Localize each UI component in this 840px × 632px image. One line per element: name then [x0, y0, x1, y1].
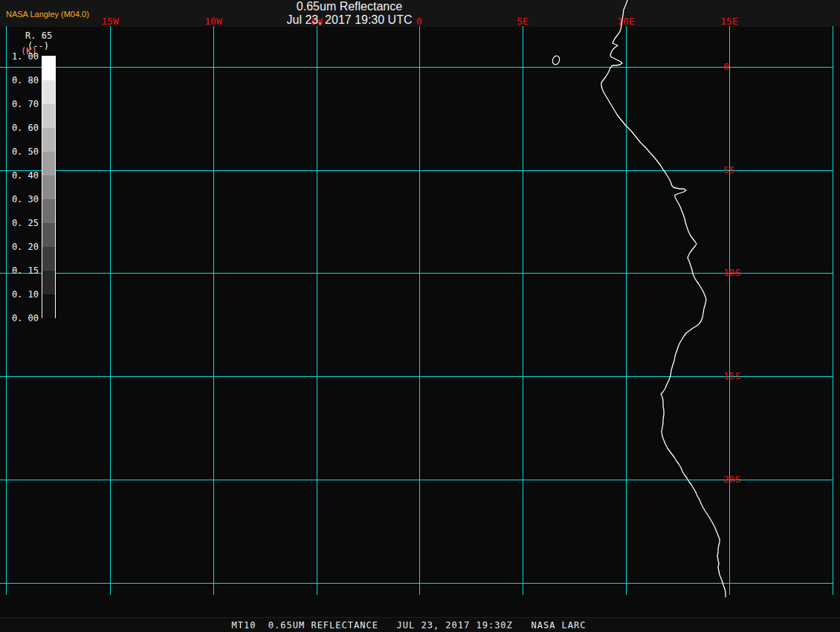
colorbar-segment: [42, 223, 55, 247]
colorbar-segment: [42, 175, 55, 199]
colorbar-tick-label: 0. 15: [7, 265, 39, 277]
colorbar-segment: [42, 80, 55, 104]
colorbar-tick-label: 0. 70: [7, 98, 39, 110]
colorbar-segment: [42, 294, 55, 318]
colorbar-tick-label: 0. 25: [7, 217, 39, 229]
colorbar-segment: [42, 104, 55, 128]
island-outline: [552, 55, 560, 65]
colorbar-segment: [42, 271, 55, 294]
colorbar-segment: [42, 199, 55, 223]
colorbar-segment: [42, 57, 55, 80]
colorbar-tick-label: 0. 10: [7, 288, 39, 300]
coastline-svg: [0, 0, 840, 632]
colorbar-segment: [42, 128, 55, 152]
colorbar-tick-label: 0. 60: [7, 122, 39, 134]
coastline: [601, 0, 726, 597]
colorbar-tick-label: 1. 00: [7, 51, 39, 62]
colorbar-tick-label: 0. 40: [7, 170, 39, 181]
colorbar-heading: R. 65: [25, 30, 52, 41]
colorbar-segment: [42, 152, 55, 175]
colorbar-tick-label: 0. 80: [7, 74, 39, 86]
colorbar-tick-label: 0. 20: [7, 241, 39, 253]
colorbar-tick-label: 0. 30: [7, 193, 39, 205]
colorbar-tick-label: 0. 00: [7, 312, 39, 324]
colorbar-segment: [42, 247, 55, 271]
satellite-image-viewport: NASA Langley (M04.0) 15W10W5W05E10E15E 0…: [0, 0, 840, 632]
colorbar-tick-label: 0. 50: [7, 146, 39, 158]
footer-bar: MT10 0.65UM REFLECTANCE JUL 23, 2017 19:…: [0, 617, 840, 632]
footer-caption: MT10 0.65UM REFLECTANCE JUL 23, 2017 19:…: [0, 620, 818, 631]
colorbar-scale: [42, 56, 56, 318]
